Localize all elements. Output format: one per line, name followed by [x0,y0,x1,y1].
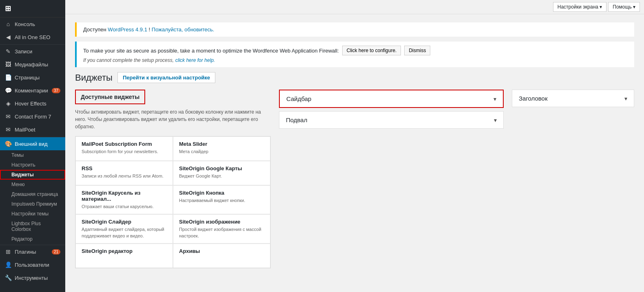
instruments-icon: 🔧 [5,274,11,281]
comments-badge: 37 [52,88,60,93]
hover-icon: ◈ [5,100,11,107]
sidebar-item-users[interactable]: 👤 Пользователи [0,258,65,271]
customize-button[interactable]: Перейти к визуальной настройке [117,72,215,83]
users-icon: 👤 [5,261,11,268]
main-content: Доступен WordPress 4.9.1 ! Пожалуйста, о… [65,14,644,292]
sidebar-sub-editor[interactable]: Редактор [0,234,65,244]
panel-footer-header[interactable]: Подвал ▾ [279,112,503,128]
widget-image-desc: Простой виджет изображения с массой наст… [179,226,264,239]
sidebar-item-appearance[interactable]: 🎨 Внешний вид [0,137,65,150]
comments-icon: 💬 [5,87,11,94]
widget-image[interactable]: SiteOrigin изображение Простой виджет из… [173,214,270,244]
panel-sidebar-label: Сайдбар [286,95,311,102]
header-panel-section: Заголовок ▾ [512,90,634,268]
widget-carousel-name: SiteOrigin Карусель из материал... [82,190,167,202]
wordpress-update-link2[interactable]: Пожалуйста, обновитесь. [152,26,215,33]
wordpress-icon: ⊞ [5,4,11,13]
sidebar-item-media[interactable]: 🖼 Медиафайлы [0,58,65,71]
available-widgets-section: Доступные виджеты Чтобы активировать вид… [75,90,271,268]
widget-mailpoet-desc: Subscription form for your newsletters. [82,149,167,155]
sidebar-sub-impulsweb[interactable]: Impulsweb Премиум [0,199,65,209]
konsol-icon: ⌂ [5,21,11,27]
notice-text: Доступен [83,26,108,33]
widgets-layout: Доступные виджеты Чтобы активировать вид… [75,90,634,268]
widget-rss-desc: Записи из любой ленты RSS или Atom. [82,173,167,179]
widget-metaslider[interactable]: Meta Slider Мета слайдер [173,136,270,161]
screen-options-button[interactable]: Настройки экрана ▾ [553,2,607,12]
sidebar-item-zapisi[interactable]: ✎ Записи [0,45,65,58]
widget-archives-name: Архивы [179,248,264,254]
widget-google-maps-name: SiteOrigin Google Карты [179,165,264,171]
widget-slider-desc: Адаптивный виджет слайдера, который подд… [82,226,167,239]
panel-sidebar-header[interactable]: Сайдбар ▾ [280,90,503,107]
appearance-icon: 🎨 [5,141,11,147]
page-header: Виджеты Перейти к визуальной настройке [75,72,634,83]
sidebar-item-konsol[interactable]: ⌂ Консоль [0,18,65,31]
widget-metaslider-desc: Мета слайдер [179,149,264,155]
widget-google-maps[interactable]: SiteOrigin Google Карты Виджет Google Ка… [173,161,270,185]
widget-mailpoet[interactable]: MailPoet Subscription Form Subscription … [75,136,173,161]
sidebar-sub-themes[interactable]: Темы [0,150,65,160]
dismiss-button[interactable]: Dismiss [404,46,430,55]
sidebar-sub-lightbox[interactable]: Lightbox Plus Colorbox [0,219,65,234]
contactform-icon: ✉ [5,113,11,120]
seo-icon: ◀ [5,34,11,40]
widget-rss[interactable]: RSS Записи из любой ленты RSS или Atom. [75,161,173,185]
panel-header-label: Заголовок [519,95,548,102]
topbar: Настройки экрана ▾ Помощь ▾ [65,0,644,14]
chevron-down-icon3: ▾ [624,95,627,102]
panel-footer: Подвал ▾ [279,111,504,129]
sidebar-item-seo[interactable]: ◀ All in One SEO [0,31,65,44]
pages-icon: 📄 [5,74,11,81]
wordfence-notice-text: To make your site as secure as possible,… [83,48,339,54]
widget-button[interactable]: SiteOrigin Кнопка Настраиваемый виджет к… [173,185,270,214]
panel-header: Заголовок ▾ [512,90,634,107]
widget-button-name: SiteOrigin Кнопка [179,190,264,196]
sidebar-sub-theme-settings[interactable]: Настройки темы [0,209,65,219]
sidebar-item-contactform[interactable]: ✉ Contact Form 7 [0,110,65,123]
wordfence-notice: To make your site as secure as possible,… [75,42,634,67]
panel-sidebar: Сайдбар ▾ [279,90,504,108]
sidebar-logo: ⊞ [0,0,65,18]
widget-editor-name: SiteOrigin редактор [82,248,167,254]
wordpress-update-link[interactable]: WordPress 4.9.1 [108,26,147,33]
sidebar-sub-nastroit[interactable]: Настроить [0,160,65,170]
widget-mailpoet-name: MailPoet Subscription Form [82,141,167,147]
plugins-icon: ⊞ [5,248,11,255]
widget-archives[interactable]: Архивы [173,244,270,268]
sidebar-item-hover[interactable]: ◈ Hover Effects [0,97,65,110]
zapisi-icon: ✎ [5,48,11,55]
sidebar-item-comments[interactable]: 💬 Комментарии 37 [0,84,65,97]
wordfence-help-link[interactable]: click here for help. [175,57,215,63]
panel-header-header[interactable]: Заголовок ▾ [512,90,634,107]
help-button[interactable]: Помощь ▾ [608,2,640,12]
sidebar-item-mailpoet[interactable]: ✉ MailPoet [0,123,65,136]
chevron-down-icon: ▾ [494,96,496,102]
widget-carousel-desc: Отражает ваши статьи каруселью. [82,204,167,210]
sidebar-item-plugins[interactable]: ⊞ Плагины 21 [0,245,65,258]
widgets-grid: MailPoet Subscription Form Subscription … [75,136,271,268]
configure-button[interactable]: Click here to configure. [342,46,401,55]
media-icon: 🖼 [5,61,11,68]
available-widgets-description: Чтобы активировать виджет, перетащите ег… [75,108,271,130]
wordfence-italic-text: If you cannot complete the setup process… [83,57,174,63]
sidebar-sub-homepage[interactable]: Домашняя страница [0,189,65,199]
sidebar-item-pages[interactable]: 📄 Страницы [0,71,65,84]
widget-slider[interactable]: SiteOrigin Слайдер Адаптивный виджет сла… [75,214,173,244]
notice-exclaim: ! [149,26,152,33]
plugins-badge: 21 [52,249,60,255]
available-widgets-header: Доступные виджеты [75,90,145,104]
widget-metaslider-name: Meta Slider [179,141,264,147]
widget-slider-name: SiteOrigin Слайдер [82,219,167,225]
wordpress-update-notice: Доступен WordPress 4.9.1 ! Пожалуйста, о… [75,22,634,37]
sidebar-sub-menu[interactable]: Меню [0,180,65,189]
page-title: Виджеты [75,72,113,83]
sidebar-item-instruments[interactable]: 🔧 Инструменты [0,271,65,284]
widget-google-maps-desc: Виджет Google Карт. [179,173,264,179]
widget-image-name: SiteOrigin изображение [179,219,264,225]
widget-editor[interactable]: SiteOrigin редактор [75,244,173,268]
sidebar-panels: Сайдбар ▾ Подвал ▾ [279,90,504,129]
sidebar-sub-vidzety[interactable]: Виджеты [0,170,65,180]
panel-footer-label: Подвал [286,116,307,123]
widget-carousel[interactable]: SiteOrigin Карусель из материал... Отраж… [75,185,173,214]
